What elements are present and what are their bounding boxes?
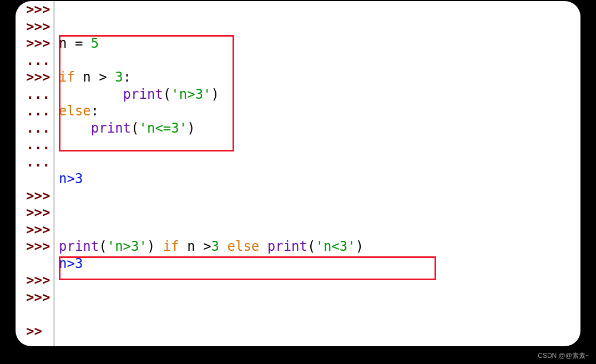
token: 'n>3' bbox=[171, 87, 211, 102]
terminal-window: >>>>>>>>>n = 5...>>>if n > 3:... print('… bbox=[16, 1, 580, 346]
terminal-line: >>> bbox=[16, 272, 580, 289]
code-text: print('n>3') bbox=[53, 86, 219, 103]
token: 3 bbox=[115, 69, 123, 85]
prompt: >>> bbox=[16, 221, 53, 239]
token: print bbox=[91, 120, 131, 136]
terminal-content[interactable]: >>>>>>>>>n = 5...>>>if n > 3:... print('… bbox=[16, 1, 580, 340]
prompt: >> bbox=[16, 323, 53, 340]
token: 'n<=3' bbox=[139, 120, 188, 136]
terminal-line: >>>if n > 3: bbox=[16, 69, 580, 86]
terminal-line bbox=[16, 306, 580, 323]
prompt: >>> bbox=[16, 18, 53, 36]
terminal-line: ...else: bbox=[16, 103, 580, 120]
prompt: ... bbox=[16, 120, 53, 137]
terminal-line: >> bbox=[16, 323, 580, 340]
token: if bbox=[59, 69, 83, 85]
token: n>3 bbox=[59, 256, 83, 271]
prompt: ... bbox=[16, 52, 53, 69]
code-text: print('n<=3') bbox=[53, 120, 195, 137]
code-text: n>3 bbox=[53, 255, 83, 272]
token: = bbox=[75, 36, 91, 51]
terminal-line: >>> bbox=[16, 188, 580, 205]
code-text: print('n>3') if n >3 else print('n<3') bbox=[53, 238, 363, 255]
token: ) bbox=[147, 239, 163, 254]
terminal-line: >>>n = 5 bbox=[16, 35, 580, 52]
terminal-line: n>3 bbox=[16, 255, 580, 272]
prompt: >>> bbox=[16, 289, 53, 306]
code-text: n = 5 bbox=[53, 35, 99, 52]
token: : bbox=[91, 103, 99, 119]
token: n bbox=[187, 239, 203, 254]
token: 3 bbox=[211, 239, 228, 254]
prompt: >>> bbox=[16, 188, 53, 205]
prompt: >>> bbox=[16, 1, 53, 18]
terminal-line: ... bbox=[16, 154, 580, 171]
token: n bbox=[59, 36, 75, 51]
token: > bbox=[99, 69, 115, 85]
prompt: >>> bbox=[16, 69, 53, 86]
token: > bbox=[203, 239, 211, 254]
terminal-line: >>> bbox=[16, 289, 580, 306]
prompt: ... bbox=[16, 103, 53, 120]
token: n>3 bbox=[59, 171, 83, 186]
token: ( bbox=[307, 239, 315, 254]
terminal-line: >>> bbox=[16, 1, 580, 18]
token bbox=[59, 87, 123, 102]
code-text: if n > 3: bbox=[53, 69, 131, 86]
token: 5 bbox=[91, 36, 99, 51]
token: else bbox=[227, 239, 267, 254]
code-text: n>3 bbox=[53, 170, 83, 188]
code-text: else: bbox=[53, 103, 99, 120]
prompt: ... bbox=[16, 154, 53, 171]
token: n bbox=[83, 69, 99, 85]
token bbox=[59, 120, 91, 136]
token: ) bbox=[211, 87, 219, 102]
prompt: >>> bbox=[16, 204, 53, 221]
token: ( bbox=[131, 120, 139, 136]
prompt: ... bbox=[16, 136, 53, 154]
token: ) bbox=[187, 120, 195, 136]
prompt: >>> bbox=[16, 35, 53, 52]
terminal-line: n>3 bbox=[16, 170, 580, 188]
prompt: >>> bbox=[16, 238, 53, 255]
token: ( bbox=[99, 239, 107, 254]
terminal-line: >>>print('n>3') if n >3 else print('n<3'… bbox=[16, 238, 580, 255]
token: print bbox=[267, 239, 307, 254]
token: 'n>3' bbox=[107, 239, 147, 254]
token: ) bbox=[356, 239, 363, 254]
terminal-line: ... print('n<=3') bbox=[16, 120, 580, 137]
terminal-line: >>> bbox=[16, 221, 580, 239]
token: if bbox=[163, 239, 187, 254]
terminal-line: ... print('n>3') bbox=[16, 86, 580, 103]
prompt: ... bbox=[16, 86, 53, 103]
terminal-line: >>> bbox=[16, 18, 580, 36]
token: print bbox=[59, 239, 99, 254]
token: print bbox=[123, 87, 163, 102]
terminal-line: ... bbox=[16, 136, 580, 154]
token: 'n<3' bbox=[315, 239, 355, 254]
token: else bbox=[59, 103, 91, 119]
prompt: >>> bbox=[16, 272, 53, 289]
terminal-line: >>> bbox=[16, 204, 580, 221]
token: ( bbox=[163, 87, 171, 102]
terminal-line: ... bbox=[16, 52, 580, 69]
watermark: CSDN @@素素~ bbox=[538, 351, 589, 361]
token: : bbox=[123, 69, 131, 85]
